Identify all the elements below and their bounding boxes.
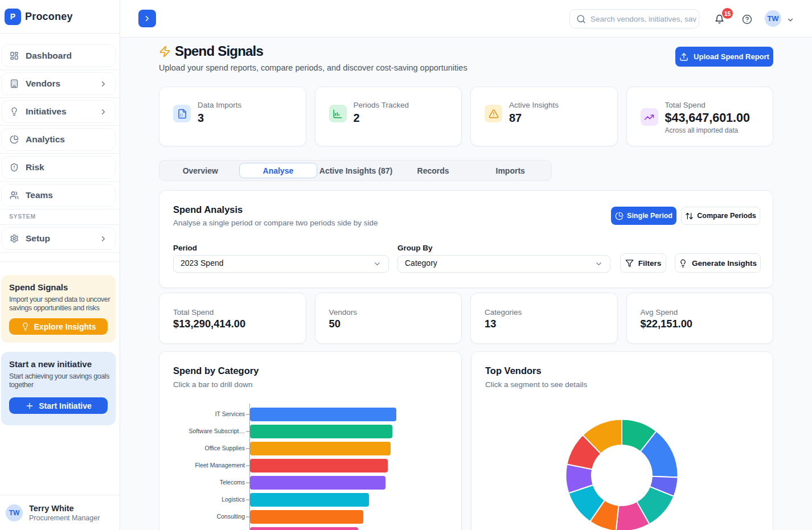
svg-text:IT Services: IT Services: [215, 410, 245, 417]
svg-text:Software Subscript…: Software Subscript…: [188, 428, 245, 434]
svg-text:Office Supplies: Office Supplies: [205, 445, 245, 451]
svg-text:Logistics: Logistics: [222, 496, 245, 503]
svg-text:Consulting: Consulting: [216, 513, 245, 520]
svg-text:Telecoms: Telecoms: [220, 479, 245, 486]
svg-text:Fleet Management: Fleet Management: [195, 462, 245, 469]
